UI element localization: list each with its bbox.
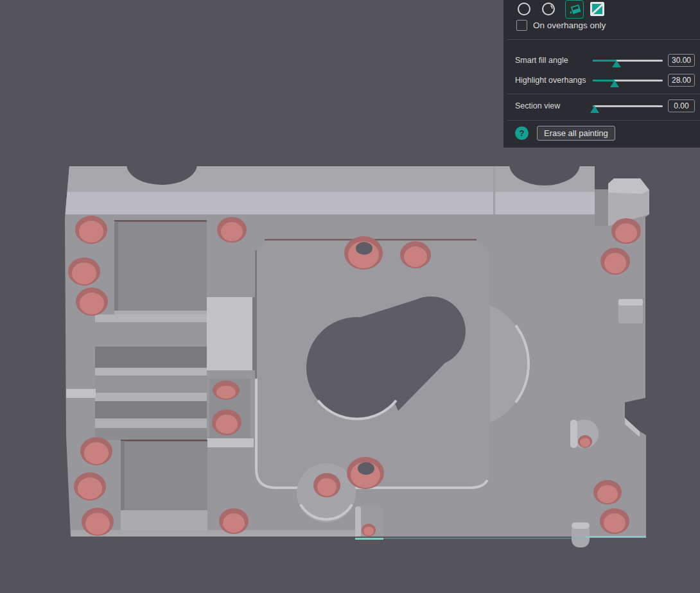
mid-recess-edge [207, 438, 254, 447]
right-clip-tab-top [618, 299, 643, 305]
painted-hole[interactable] [217, 217, 247, 243]
pocket-recess [114, 220, 207, 314]
top-rail-face [65, 192, 595, 214]
rail-step-edge [493, 166, 495, 214]
smart-fill-tool[interactable] [565, 0, 584, 19]
erase-all-painting-button[interactable]: Erase all painting [537, 126, 615, 141]
section-view-slider[interactable] [593, 99, 663, 112]
slicer-window: On overhangs only Smart fill angle 30.00… [0, 0, 700, 593]
painted-hole[interactable] [600, 248, 630, 275]
painted-hole[interactable] [344, 236, 383, 270]
panel-bottom-row: ? Erase all painting [515, 126, 615, 141]
pocket-floor-edge [114, 311, 207, 314]
bottom-boss-tab-top [572, 522, 590, 529]
painted-hole[interactable] [219, 508, 249, 534]
model-body[interactable] [60, 143, 649, 547]
on-overhangs-only-checkbox[interactable] [516, 20, 527, 31]
left-column-highlight [66, 389, 96, 398]
painted-hole[interactable] [578, 435, 592, 448]
slider-thumb[interactable] [610, 80, 619, 87]
on-overhangs-only-row[interactable]: On overhangs only [516, 20, 606, 31]
smart-fill-angle-row: Smart fill angle 30.00 [503, 54, 700, 67]
painted-hole[interactable] [313, 473, 340, 497]
painted-hole[interactable] [82, 508, 114, 536]
divider [507, 39, 700, 40]
on-overhangs-only-label: On overhangs only [533, 21, 606, 30]
circle-brush-tool[interactable] [516, 1, 532, 17]
support-paint-panel: On overhangs only Smart fill angle 30.00… [503, 0, 700, 148]
painted-hole[interactable] [600, 508, 629, 534]
highlight-overhangs-label: Highlight overhangs [515, 74, 586, 87]
slider-thumb[interactable] [590, 106, 599, 113]
pocket-shadow-line [121, 440, 207, 442]
slider-thumb[interactable] [612, 60, 621, 67]
divider [507, 94, 700, 94]
painted-hole[interactable] [611, 218, 641, 244]
painted-hole[interactable] [212, 409, 241, 435]
painted-hole[interactable] [213, 381, 240, 400]
pocket-side [114, 221, 118, 314]
smart-fill-angle-slider[interactable] [593, 54, 663, 67]
help-button[interactable]: ? [515, 126, 529, 140]
painted-hole[interactable] [68, 257, 100, 286]
painted-hole[interactable] [362, 524, 376, 537]
painted-hole[interactable] [400, 241, 431, 268]
painted-hole[interactable] [80, 437, 112, 465]
section-view-label: Section view [515, 99, 560, 112]
smart-fill-angle-value[interactable]: 30.00 [668, 54, 695, 67]
divider [507, 120, 700, 121]
bottom-tab-highlight [355, 506, 361, 539]
highlight-overhangs-row: Highlight overhangs 28.00 [503, 74, 700, 87]
split-triangles-icon [590, 2, 604, 16]
painted-hole[interactable] [347, 457, 384, 489]
sphere-brush-icon [541, 2, 556, 16]
painted-hole[interactable] [593, 480, 622, 504]
section-view-row: Section view 0.00 [503, 99, 700, 112]
round-boss-highlight [570, 420, 577, 448]
split-tool[interactable] [590, 2, 604, 16]
raised-slab [207, 297, 254, 370]
circle-brush-icon [517, 2, 531, 16]
painted-hole[interactable] [74, 472, 106, 501]
smart-fill-angle-label: Smart fill angle [515, 54, 568, 67]
brush-tools-row [516, 1, 613, 17]
painted-hole[interactable] [76, 288, 108, 316]
section-view-value[interactable]: 0.00 [668, 99, 695, 112]
pocket-floor-edge [121, 510, 207, 531]
pocket-shadow-line [114, 220, 207, 222]
smart-fill-icon [567, 1, 582, 17]
sphere-brush-tool[interactable] [541, 1, 556, 17]
highlight-overhangs-slider[interactable] [593, 74, 663, 87]
rail-block-shelf [595, 189, 608, 226]
highlight-overhangs-value[interactable]: 28.00 [668, 74, 695, 87]
bottom-edge-strip [71, 530, 355, 537]
painted-hole[interactable] [75, 216, 107, 244]
slider-track[interactable] [593, 105, 663, 107]
